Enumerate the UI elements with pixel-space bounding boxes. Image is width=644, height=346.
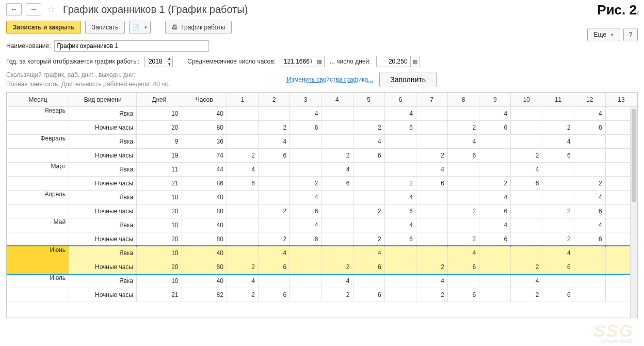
day-cell[interactable] (321, 191, 353, 205)
type-cell[interactable]: Ночные часы (69, 177, 137, 191)
day-cell[interactable] (542, 191, 574, 205)
table-row[interactable]: Ночные часы208026262626 (7, 121, 637, 135)
day-cell[interactable]: 4 (574, 107, 605, 121)
more-button[interactable]: Еще (587, 28, 620, 41)
name-input[interactable] (54, 40, 209, 52)
day-cell[interactable] (384, 135, 416, 149)
hours-cell[interactable]: 40 (182, 274, 227, 288)
day-cell[interactable] (227, 232, 258, 246)
avg-hours-field[interactable]: ▦ (281, 56, 325, 67)
days-cell[interactable]: 19 (137, 149, 182, 163)
hours-cell[interactable]: 80 (182, 232, 227, 246)
spinner-down-icon[interactable]: ▼ (166, 61, 172, 67)
day-cell[interactable] (321, 205, 353, 218)
day-cell[interactable] (574, 135, 605, 149)
day-cell[interactable]: 4 (290, 218, 321, 232)
col-day-2[interactable]: 2 (259, 93, 290, 107)
hours-cell[interactable]: 80 (182, 121, 227, 135)
type-cell[interactable]: Явка (69, 246, 137, 260)
day-cell[interactable]: 2 (511, 149, 542, 163)
day-cell[interactable] (416, 191, 447, 205)
day-cell[interactable]: 2 (227, 260, 258, 274)
day-cell[interactable]: 6 (447, 149, 479, 163)
day-cell[interactable] (259, 163, 290, 177)
type-cell[interactable]: Явка (69, 163, 137, 177)
day-cell[interactable]: 6 (353, 288, 384, 302)
day-cell[interactable] (290, 274, 321, 288)
day-cell[interactable]: 2 (416, 288, 447, 302)
hours-cell[interactable]: 80 (182, 260, 227, 274)
days-cell[interactable]: 10 (137, 191, 182, 205)
day-cell[interactable] (259, 107, 290, 121)
type-cell[interactable]: Ночные часы (69, 288, 137, 302)
day-cell[interactable] (416, 107, 447, 121)
day-cell[interactable] (227, 135, 258, 149)
table-row[interactable]: АпрельЯвка10404444 (7, 191, 637, 205)
day-cell[interactable] (259, 218, 290, 232)
day-cell[interactable]: 6 (353, 149, 384, 163)
col-type[interactable]: Вид времени (69, 93, 137, 107)
month-cell[interactable]: Январь (7, 107, 69, 121)
day-cell[interactable] (574, 260, 605, 274)
day-cell[interactable] (384, 246, 416, 260)
col-days[interactable]: Дней (137, 93, 182, 107)
day-cell[interactable]: 4 (353, 246, 384, 260)
day-cell[interactable] (574, 163, 605, 177)
hours-cell[interactable]: 80 (182, 205, 227, 218)
col-day-10[interactable]: 10 (511, 93, 542, 107)
day-cell[interactable] (542, 163, 574, 177)
day-cell[interactable]: 2 (259, 232, 290, 246)
days-cell[interactable]: 20 (137, 121, 182, 135)
spinner-up-icon[interactable]: ▲ (166, 56, 172, 61)
col-day-12[interactable]: 12 (574, 93, 605, 107)
table-row[interactable]: Ночные часы208026262626 (7, 205, 637, 218)
day-cell[interactable] (447, 218, 479, 232)
day-cell[interactable]: 6 (259, 288, 290, 302)
day-cell[interactable]: 4 (542, 135, 574, 149)
hours-cell[interactable]: 86 (182, 177, 227, 191)
day-cell[interactable] (511, 232, 542, 246)
month-cell[interactable]: Май (7, 218, 69, 232)
day-cell[interactable] (259, 191, 290, 205)
month-cell[interactable]: Июнь (7, 246, 69, 260)
days-cell[interactable]: 10 (137, 218, 182, 232)
col-day-1[interactable]: 1 (227, 93, 258, 107)
day-cell[interactable]: 2 (447, 232, 479, 246)
year-input[interactable] (145, 56, 166, 67)
col-day-7[interactable]: 7 (416, 93, 447, 107)
day-cell[interactable]: 4 (384, 191, 416, 205)
day-cell[interactable]: 2 (321, 288, 353, 302)
day-cell[interactable]: 2 (447, 121, 479, 135)
day-cell[interactable] (479, 274, 511, 288)
day-cell[interactable] (384, 260, 416, 274)
day-cell[interactable] (447, 191, 479, 205)
day-cell[interactable]: 4 (290, 107, 321, 121)
close-icon[interactable]: ✕ (634, 9, 640, 18)
days-cell[interactable]: 20 (137, 205, 182, 218)
day-cell[interactable] (353, 177, 384, 191)
day-cell[interactable]: 2 (542, 205, 574, 218)
day-cell[interactable] (290, 149, 321, 163)
days-cell[interactable]: 21 (137, 177, 182, 191)
type-cell[interactable]: Ночные часы (69, 121, 137, 135)
day-cell[interactable] (511, 135, 542, 149)
day-cell[interactable]: 6 (384, 121, 416, 135)
days-cell[interactable]: 9 (137, 135, 182, 149)
day-cell[interactable] (384, 274, 416, 288)
day-cell[interactable]: 4 (574, 218, 605, 232)
day-cell[interactable]: 6 (574, 205, 605, 218)
day-cell[interactable] (447, 163, 479, 177)
day-cell[interactable]: 4 (479, 218, 511, 232)
day-cell[interactable]: 6 (290, 121, 321, 135)
day-cell[interactable]: 4 (259, 135, 290, 149)
day-cell[interactable] (479, 163, 511, 177)
day-cell[interactable] (259, 274, 290, 288)
day-cell[interactable] (511, 246, 542, 260)
day-cell[interactable] (479, 149, 511, 163)
days-field[interactable]: ▦ (376, 56, 420, 67)
day-cell[interactable] (416, 205, 447, 218)
col-day-5[interactable]: 5 (353, 93, 384, 107)
hours-cell[interactable]: 40 (182, 246, 227, 260)
day-cell[interactable] (384, 288, 416, 302)
table-row[interactable]: Ночные часы2080262626262 (7, 260, 637, 274)
